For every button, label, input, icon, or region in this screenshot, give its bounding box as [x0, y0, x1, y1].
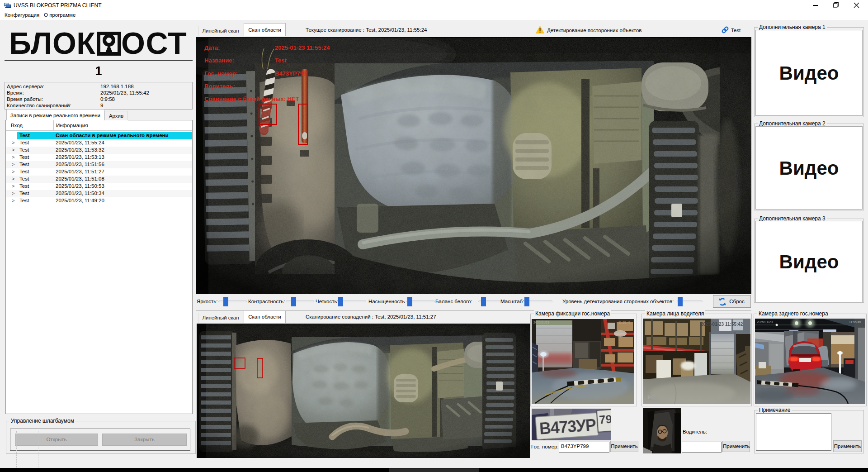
svg-text:Название:: Название:	[204, 57, 234, 64]
svg-text:БЛОК: БЛОК	[9, 28, 95, 58]
svg-text:79: 79	[599, 412, 611, 427]
svg-text:Дата:: Дата:	[204, 44, 220, 51]
svg-text:Водитель:: Водитель:	[204, 83, 235, 90]
svg-text:Test: Test	[275, 57, 287, 64]
svg-text:IPC: IPC	[646, 395, 655, 400]
svg-text:ОСТ: ОСТ	[121, 28, 187, 58]
svg-text:2025/01/23: 2025/01/23	[533, 321, 549, 324]
svg-text:11:55:42: 11:55:42	[618, 321, 631, 324]
svg-text:B473YP799: B473YP799	[275, 70, 307, 77]
svg-text:Сравнение с базой данных: НЕТ: Сравнение с базой данных: НЕТ	[204, 95, 299, 102]
svg-text:Гос. номер:: Гос. номер:	[204, 70, 238, 77]
svg-text:2025/01/23: 2025/01/23	[757, 320, 773, 324]
svg-text:В473УР: В473УР	[539, 415, 597, 438]
svg-text:2025-01-23 11:55:42: 2025-01-23 11:55:42	[701, 322, 743, 327]
svg-text:11:55:45: 11:55:45	[849, 320, 861, 324]
svg-text:2025-01-23 11:55:24: 2025-01-23 11:55:24	[275, 44, 330, 51]
